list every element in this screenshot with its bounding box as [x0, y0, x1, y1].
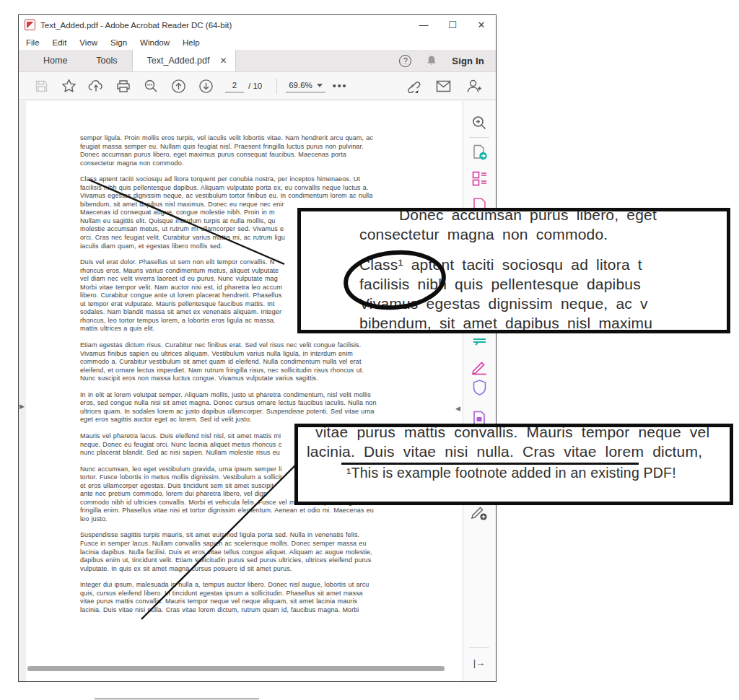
collapse-right-panel-arrow[interactable]: ◀	[455, 405, 460, 412]
text-line: fringilla enim. Phasellus vitae nisi et …	[80, 507, 412, 515]
text-line: vulputate. In quis ex sit amet magna cur…	[80, 565, 412, 574]
paragraph: In in elit at lorem volutpat semper. Ali…	[80, 391, 412, 424]
text-line: lacinia dapibus. Nulla facilisi. Duis et…	[80, 548, 412, 557]
chevron-down-icon	[317, 84, 323, 87]
menu-file[interactable]: File	[26, 38, 40, 47]
menu-edit[interactable]: Edit	[53, 38, 67, 47]
text-line: vitae purus mattis convallis. Mauris tem…	[80, 598, 412, 606]
star-icon[interactable]	[56, 75, 81, 97]
more-tools-pen-icon[interactable]	[471, 504, 488, 521]
acrobat-window: Text_Added.pdf - Adobe Acrobat Reader DC…	[18, 14, 497, 682]
text-line: facilisis nibh quis pellentesque dapibus…	[80, 184, 412, 193]
paragraph: Etiam egestas dictum risus. Curabitur ne…	[80, 341, 412, 383]
document-viewer[interactable]: semper ligula. Proin mollis eros turpis,…	[26, 101, 463, 681]
expand-panel-icon[interactable]: |→	[471, 654, 488, 671]
title-bar: Text_Added.pdf - Adobe Acrobat Reader DC…	[19, 15, 496, 35]
magnified-text-line: consectetur magna non commodo.	[359, 224, 727, 244]
content-area: ▶ semper ligula. Proin mollis eros turpi…	[19, 101, 496, 681]
acrobat-app-icon	[25, 19, 35, 30]
text-line: Nunc suscipit eros non massa luctus cong…	[80, 375, 412, 383]
zoom-tools-icon[interactable]	[471, 114, 488, 131]
minimize-button[interactable]: —	[409, 15, 438, 35]
menu-window[interactable]: Window	[140, 38, 170, 47]
text-line: eros, sed congue nulla nisi sit amet mag…	[80, 399, 412, 408]
menu-view[interactable]: View	[79, 38, 97, 47]
tab-tools[interactable]: Tools	[82, 50, 131, 71]
paragraph: Integer dui ipsum, malesuada in nulla a,…	[80, 581, 412, 614]
magnified-text-line: bibendum, sit amet dapibus nisl maximu	[359, 313, 727, 333]
help-icon[interactable]: ?	[399, 55, 411, 67]
screenshot-stage: Text_Added.pdf - Adobe Acrobat Reader DC…	[0, 0, 739, 700]
organize-pages-icon[interactable]	[471, 170, 488, 187]
page-total-label: / 10	[248, 82, 262, 90]
text-line: semper ligula. Proin mollis eros turpis,…	[80, 134, 412, 143]
text-line: Suspendisse sagittis turpis mauris, sit …	[80, 531, 412, 540]
text-line: Etiam egestas dictum risus. Curabitur ne…	[80, 341, 412, 350]
text-line: Vivamus finibus sapien eu ultrices aliqu…	[80, 350, 412, 359]
text-line: Integer dui ipsum, malesuada in nulla a,…	[80, 581, 412, 590]
menu-sign[interactable]: Sign	[110, 38, 127, 47]
tab-bar: Home Tools Text_Added.pdf ✕ ? Sign In	[19, 50, 496, 72]
text-line: eleifend, et ornare lectus imperdiet. Na…	[80, 367, 412, 375]
fill-and-sign-icon[interactable]	[471, 358, 488, 375]
panel-divider	[469, 647, 489, 648]
fill-sign-link-icon[interactable]	[401, 75, 425, 97]
tools-panel: |→	[463, 101, 496, 681]
text-line: In in elit at lorem volutpat semper. Ali…	[80, 391, 412, 400]
expand-left-panel-arrow[interactable]: ▶	[19, 403, 25, 410]
magnified-inset-class: Donec accumsan purus libero, egetconsect…	[297, 208, 730, 333]
magnified-inset-footnote: vitae purus mattis convallis. Mauris tem…	[294, 424, 733, 505]
export-pdf-icon[interactable]	[471, 143, 488, 160]
comment-icon[interactable]	[471, 333, 488, 351]
magnified-text-line: Vivamus egestas dignissim neque, ac v	[359, 294, 727, 313]
text-line: consectetur magna non commodo.	[80, 159, 412, 168]
text-line: feugiat massa semper eu. Nullam quis feu…	[80, 143, 412, 152]
main-toolbar: 2 / 10 69.6% •••	[19, 72, 496, 100]
save-icon[interactable]	[29, 75, 53, 97]
more-tools-button[interactable]: •••	[333, 80, 348, 92]
text-line: dapibus enim ut, tincidunt velit. Etiam …	[80, 556, 412, 565]
next-page-icon[interactable]	[193, 75, 218, 97]
menu-bar: File Edit View Sign Window Help	[19, 35, 496, 50]
horizontal-scrollbar[interactable]	[27, 666, 445, 671]
previous-page-icon[interactable]	[166, 75, 191, 97]
toolbar-divider	[276, 78, 277, 94]
tab-home[interactable]: Home	[29, 50, 82, 71]
inset2-text: vitae purus mattis convallis. Mauris tem…	[298, 424, 730, 461]
zoom-level-dropdown[interactable]: 69.6%	[286, 79, 325, 93]
search-icon[interactable]	[139, 75, 163, 97]
sign-in-button[interactable]: Sign In	[452, 56, 484, 66]
panel-divider	[469, 137, 489, 138]
magnified-text-line: lacinia. Duis vitae nisi nulla. Cras vit…	[307, 442, 730, 461]
magnified-text-line: facilisis nibh quis pellentesque dapibus	[359, 274, 727, 294]
notifications-bell-icon[interactable]	[426, 55, 437, 67]
footnote-separator	[95, 699, 259, 699]
share-cloud-icon[interactable]	[84, 75, 108, 97]
menu-help[interactable]: Help	[183, 38, 200, 47]
zoom-level-value: 69.6%	[289, 81, 312, 89]
paragraph: semper ligula. Proin mollis eros turpis,…	[80, 134, 412, 167]
text-line: Class aptent taciti sociosqu ad litora t…	[80, 175, 412, 184]
magnified-text-line: vitae purus mattis convallis. Mauris tem…	[315, 424, 730, 442]
page-number-input[interactable]: 2	[225, 79, 244, 93]
inset2-footnote: ¹This is example footnote added in an ex…	[341, 463, 639, 481]
maximize-button[interactable]: ☐	[438, 15, 467, 35]
left-panel-gutter: ▶	[19, 101, 26, 681]
add-account-icon[interactable]	[461, 75, 486, 97]
text-line: lacinia. Duis vitae nisi nulla. Cras vit…	[80, 606, 412, 615]
text-line: ultrices quam. In sodales lorem ac justo…	[80, 408, 412, 416]
print-icon[interactable]	[111, 75, 136, 97]
tab-close-icon[interactable]: ✕	[219, 56, 227, 66]
text-line: commodo a. Curabitur vestibulum sit amet…	[80, 358, 412, 367]
window-title: Text_Added.pdf - Adobe Acrobat Reader DC…	[40, 21, 232, 30]
magnified-text-line: Class¹ aptent taciti sociosqu ad litora …	[359, 255, 727, 274]
tab-document[interactable]: Text_Added.pdf ✕	[132, 50, 237, 71]
text-line: Donec accumsan purus libero, eget maximu…	[80, 151, 412, 159]
text-line: Fusce in semper lacus. Nullam convallis …	[80, 540, 412, 548]
protect-shield-icon[interactable]	[471, 379, 488, 396]
text-line: quis, cursus eleifend libero. In tincidu…	[80, 590, 412, 598]
paragraph: Suspendisse sagittis turpis mauris, sit …	[80, 531, 412, 573]
close-button[interactable]: ✕	[467, 15, 496, 35]
tab-document-label: Text_Added.pdf	[147, 56, 210, 66]
email-icon[interactable]	[431, 75, 455, 97]
